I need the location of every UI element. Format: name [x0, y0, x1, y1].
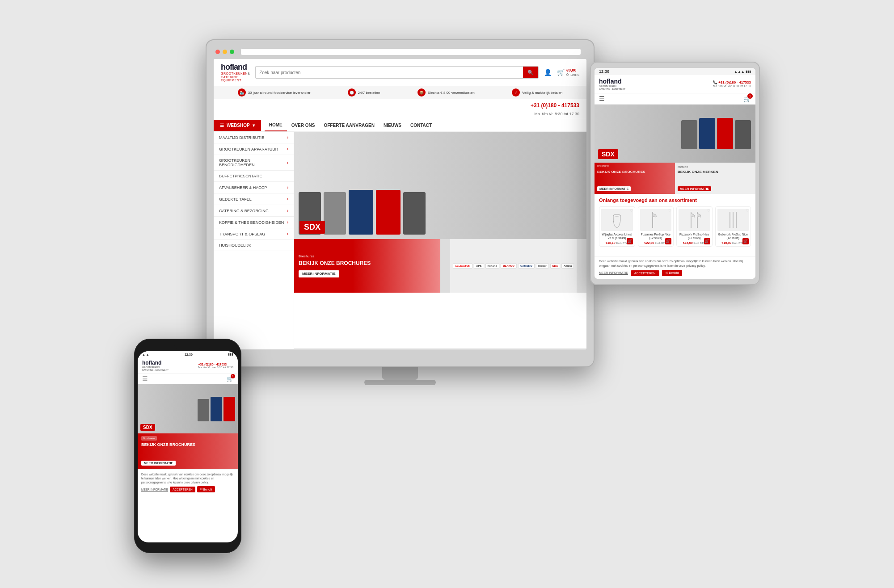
sidebar-item-grootkeuken-app[interactable]: GROOTKEUKEN APPARATUUR — [214, 143, 294, 155]
sidebar-arrow-1 — [287, 135, 288, 140]
tablet-nav: 🛒 1 — [595, 93, 755, 105]
sidebar-item-gedekte[interactable]: GEDEKTE TAFEL — [214, 193, 294, 205]
add-to-cart-2[interactable]: 🛒 — [665, 238, 671, 244]
ph-bericht-button[interactable]: ✉ Bericht — [197, 486, 215, 492]
benefit-text-4: Veilig & makkelijk betalen — [522, 91, 562, 95]
desktop-monitor: hofland GROOTKEUKEN& CATERING EQUIPMENT … — [206, 39, 595, 424]
wishlist-icon-2[interactable]: ♡ — [668, 209, 671, 213]
search-input[interactable] — [256, 67, 523, 78]
tab-merken-btn[interactable]: MEER INFORMATIE — [678, 186, 711, 191]
desktop-header: hofland GROOTKEUKEN& CATERING EQUIPMENT … — [214, 59, 586, 86]
time-display: 12:30 — [185, 353, 193, 356]
ph-promo-text: BEKIJK ONZE BROCHURES — [141, 442, 195, 447]
sidebar-arrow-7 — [287, 208, 288, 213]
nav-offerte[interactable]: OFFERTE AANVRAGEN — [319, 120, 379, 131]
nav-over-ons[interactable]: OVER ONS — [287, 120, 320, 131]
ph-phone[interactable]: +31 (0)180 - 417533 — [198, 363, 234, 366]
tablet-cookie: Deze website maakt gebruik van cookies o… — [595, 256, 755, 279]
tab-bericht-button[interactable]: ✉ Bericht — [662, 270, 683, 276]
monitor-stand — [382, 367, 418, 380]
desktop-hours: Ma. t/m Vr. 8:30 tot 17.30 — [534, 112, 579, 116]
maximize-dot[interactable] — [230, 50, 234, 54]
chevron-icon: ▾ — [253, 123, 255, 128]
ph-logo-sub2: CATERING · EQUIPMENT — [142, 369, 169, 371]
search-bar: 🔍 — [255, 66, 539, 79]
battery-icon: ▮▮▮ — [228, 353, 233, 356]
sidebar-arrow-8 — [287, 220, 288, 225]
nav-links: HOME OVER ONS OFFERTE AANVRAGEN NIEUWS C… — [261, 119, 586, 131]
address-bar[interactable] — [240, 48, 581, 55]
tab-meer-button[interactable]: MEER INFORMATIE — [599, 271, 628, 275]
sidebar-menu: MAALTIJD DISTRIBUTIE GROOTKEUKEN APPARAT… — [214, 132, 294, 349]
nav-contact[interactable]: CONTACT — [406, 120, 436, 131]
nav-bar: ☰ WEBSHOP ▾ HOME OVER ONS OFFERTE AANVRA… — [214, 119, 586, 132]
hero-image — [294, 132, 586, 239]
sidebar-item-huishoudelijk[interactable]: HUISHOUDELIJK — [214, 240, 294, 251]
sdx-badge: SDX — [299, 221, 325, 234]
tablet-promo-row: Brochures BEKIJK ONZE BROCHURES MEER INF… — [595, 163, 755, 194]
tab-promo-btn[interactable]: MEER INFORMATIE — [597, 186, 631, 191]
webshop-button[interactable]: ☰ WEBSHOP ▾ — [214, 120, 261, 131]
hero-banner: SDX — [294, 132, 586, 239]
tab-phone[interactable]: 📞 +31 (0)180 - 417533 — [713, 80, 751, 84]
close-dot[interactable] — [215, 50, 220, 54]
sidebar-item-maaltijd[interactable]: MAALTIJD DISTRIBUTIE — [214, 132, 294, 143]
sidebar-arrow-5 — [287, 185, 288, 190]
promo-merken: ALLIGATOR APS hofland BLANCO CAMBRO Rieb… — [440, 239, 586, 293]
desktop-phone-bar: +31 (0)180 - 417533 Ma. t/m Vr. 8:30 tot… — [214, 99, 586, 119]
wishlist-icon-3[interactable]: ♡ — [707, 209, 710, 213]
wishlist-icon-4[interactable]: ♡ — [746, 209, 749, 213]
sidebar-item-grootkeuken-ben[interactable]: GROOTKEUKEN BENODIGDHEDEN — [214, 155, 294, 171]
benefit-4: ✓ Veilig & makkelijk betalen — [512, 88, 562, 97]
sidebar-item-buffet[interactable]: BUFFETPRESENTATIE — [214, 171, 294, 182]
promo-meer-btn[interactable]: MEER INFORMATIE — [299, 270, 339, 277]
add-to-cart-4[interactable]: 🛒 — [742, 238, 749, 244]
tablet-hamburger-icon[interactable] — [599, 95, 605, 102]
cookie-bar: Deze website maakt gebruik van cookies o… — [294, 349, 586, 349]
add-to-cart-1[interactable]: 🛒 — [627, 238, 633, 244]
phone-nav: 🛒 1 — [138, 374, 238, 384]
phone-screen: ▲ ▲ 12:30 ▮▮▮ hofland GROOTKEUKEN CATERI… — [138, 351, 238, 542]
search-button[interactable]: 🔍 — [523, 67, 538, 78]
tablet-promo-merken: Merken BEKIJK ONZE MERKEN MEER INFORMATI… — [675, 163, 755, 194]
ph-meer-button[interactable]: MEER INFORMATIE — [141, 487, 168, 491]
phone-status-bar: ▲ ▲ 12:30 ▮▮▮ — [138, 351, 238, 357]
tablet-assortment-title: Onlangs toegevoegd aan ons assortiment — [599, 197, 751, 203]
tablet-product-4: ♡ Gebavork ProSup Nice (12 stuks) €10,80… — [715, 206, 751, 247]
promo-brochures: Brochures BEKIJK ONZE BROCHURES MEER INF… — [294, 239, 440, 293]
benefit-icon-2: 🕐 — [348, 88, 356, 97]
ph-hours: Ma. t/m Vr. van 8:30 tot 17.30 — [198, 366, 234, 369]
wishlist-icon-1[interactable]: ♡ — [630, 209, 633, 213]
cart-icon-button[interactable]: 🛒 €0,00 0 items — [557, 68, 579, 77]
sidebar-item-afval[interactable]: AFVALBEHEER & HACCP — [214, 182, 294, 193]
ph-accept-button[interactable]: ACCEPTEREN — [170, 487, 195, 492]
minimize-dot[interactable] — [223, 50, 227, 54]
tablet-product-1: ♡ Wijnglas Arcoroc Lineal 25 cl (6 stuks… — [599, 206, 635, 247]
nav-nieuws[interactable]: NIEUWS — [379, 120, 406, 131]
nav-home[interactable]: HOME — [265, 119, 287, 131]
product-image-2 — [640, 209, 672, 231]
tablet-header: hofland GROOTKEUKEN CATERING · EQUIPMENT… — [595, 75, 755, 93]
tablet-signal: ▲▲▲ ▮▮▮ — [734, 70, 751, 74]
desktop-body: MAALTIJD DISTRIBUTIE GROOTKEUKEN APPARAT… — [214, 132, 586, 349]
cart-badge: 1 — [231, 374, 235, 378]
sidebar-item-catering[interactable]: CATERING & BEZORGING — [214, 205, 294, 217]
user-icon-button[interactable]: 👤 — [544, 69, 552, 76]
ph-sdx: SDX — [140, 424, 155, 431]
sidebar-arrow-2 — [287, 147, 288, 151]
ph-promo-btn[interactable]: MEER INFORMATIE — [141, 461, 176, 466]
tablet-frame: 12:30 ▲▲▲ ▮▮▮ hofland GROOTKEUKEN CATERI… — [590, 62, 760, 285]
benefit-1: 🏪 30 jaar allround foodservice leveranci… — [238, 88, 311, 97]
tablet-promo-brochures: Brochures BEKIJK ONZE BROCHURES MEER INF… — [595, 163, 675, 194]
add-to-cart-3[interactable]: 🛒 — [704, 238, 710, 244]
sidebar-item-transport[interactable]: TRANSPORT & OPSLAG — [214, 228, 294, 240]
webshop-label: WEBSHOP — [227, 123, 250, 128]
phone-cart-icon[interactable]: 🛒 1 — [227, 376, 233, 382]
monitor-top-bar — [214, 48, 586, 55]
hamburger-icon[interactable] — [142, 375, 148, 382]
tab-accept-button[interactable]: ACCEPTEREN — [631, 270, 659, 276]
sidebar-item-koffie[interactable]: KOFFIE & THEE BENODIGHEIDEN — [214, 217, 294, 228]
tablet-product-3: ♡ Pizzavork ProSup Nice (12 stuks) €15,6… — [676, 206, 713, 247]
tablet-logo-area: hofland GROOTKEUKEN CATERING · EQUIPMENT — [599, 78, 625, 90]
tablet-cart-icon[interactable]: 🛒 1 — [743, 95, 751, 102]
